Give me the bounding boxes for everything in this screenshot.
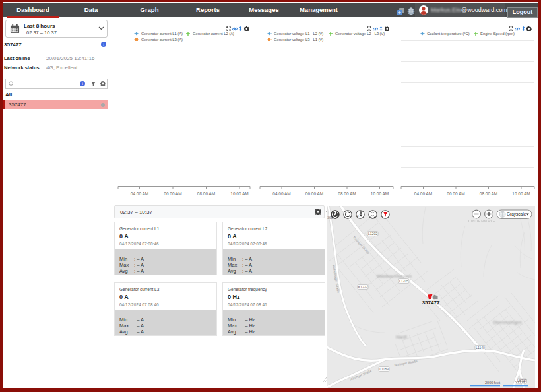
svg-text:Waldbachhausen: Waldbachhausen bbox=[377, 274, 412, 278]
svg-text:e: e bbox=[357, 214, 359, 218]
svg-text:L1205: L1205 bbox=[399, 279, 408, 283]
svg-text:Oberensingen: Oberensingen bbox=[493, 320, 522, 325]
svg-text:L1140: L1140 bbox=[476, 346, 485, 350]
svg-text:357477: 357477 bbox=[422, 300, 440, 306]
svg-text:L1202: L1202 bbox=[368, 232, 377, 236]
svg-text:L1189: L1189 bbox=[379, 367, 389, 371]
svg-text:LINDENMAYE: LINDENMAYE bbox=[468, 219, 495, 223]
svg-text:Hardt: Hardt bbox=[396, 335, 408, 339]
svg-text:600 m: 600 m bbox=[515, 380, 525, 384]
svg-text:2000 feet: 2000 feet bbox=[485, 381, 500, 385]
svg-text:Grayscale: Grayscale bbox=[507, 212, 526, 217]
svg-text:K1222: K1222 bbox=[358, 285, 368, 289]
